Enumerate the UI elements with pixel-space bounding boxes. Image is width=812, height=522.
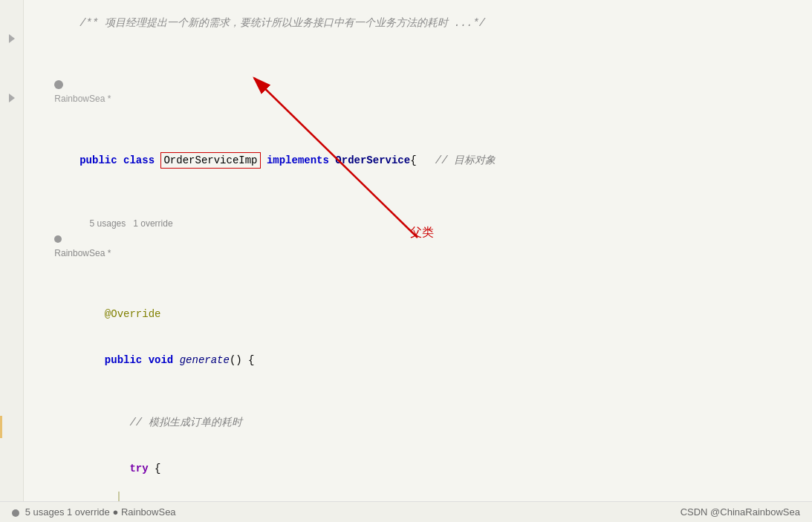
line-1: /** 项目经理提出一个新的需求，要统计所以业务接口中有一个业务方法的耗时 ..… [30, 0, 812, 46]
line-5: 5 usages 1 override RainbowSea * [30, 200, 812, 291]
status-right: CSDN @ChinaRainbowSea [681, 506, 800, 518]
line-3: public class OrderServiceImp implements … [30, 137, 812, 184]
line-2: RainbowSea * [30, 46, 812, 137]
editor-container: 父类 /** 项目经理提出一个新的需求，要统计所以业务接口中有一个业务方法的耗时… [0, 0, 812, 501]
status-bar: 5 usages 1 override ● RainbowSea CSDN @C… [0, 501, 812, 522]
line-9: // 模拟生成订单的耗时 [30, 399, 812, 446]
code-area[interactable]: 父类 /** 项目经理提出一个新的需求，要统计所以业务接口中有一个业务方法的耗时… [24, 0, 812, 501]
line-11: Thread.sleep( millis: 1000); [30, 492, 812, 501]
line-4 [30, 184, 812, 200]
line-7: public void generate() { [30, 337, 812, 383]
gutter [0, 0, 24, 501]
line-6: @Override [30, 291, 812, 337]
line-8 [30, 383, 812, 399]
status-left: 5 usages 1 override ● RainbowSea [12, 506, 176, 518]
class-name-box: OrderServiceImp [160, 152, 260, 169]
line-10: try { [30, 446, 812, 492]
